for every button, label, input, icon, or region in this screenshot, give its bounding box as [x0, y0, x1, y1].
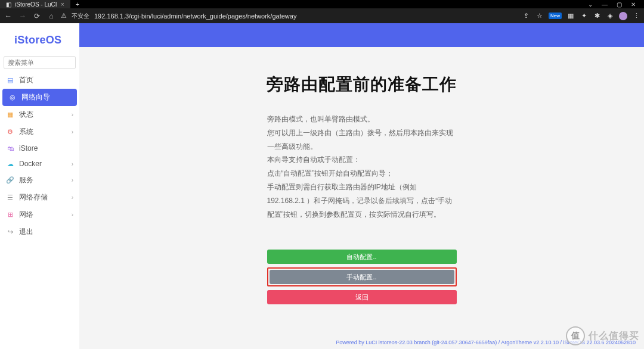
tab-favicon-icon: ◧ [6, 1, 11, 8]
chevron-right-icon: › [72, 111, 73, 118]
sidebar-item-label: 网络 [19, 210, 67, 220]
home-icon: ▤ [6, 76, 14, 85]
sidebar-item-home[interactable]: ▤ 首页 [0, 71, 79, 89]
window-close-icon[interactable]: ✕ [626, 1, 640, 8]
chevron-right-icon: › [72, 129, 73, 135]
window-maximize-icon[interactable]: ▢ [612, 1, 626, 8]
manual-config-highlight: 手动配置.. [267, 267, 457, 286]
list-icon: ☰ [6, 194, 14, 202]
grid-icon: ▦ [6, 111, 14, 119]
extensions-puzzle-icon[interactable]: ✱ [593, 12, 601, 20]
watermark: 值 什么值得买 [566, 326, 639, 345]
back-button[interactable]: 返回 [267, 290, 457, 304]
insecure-label: 不安全 [72, 12, 89, 20]
chevron-right-icon: › [72, 194, 73, 201]
desc-line: 点击“自动配置”按钮开始自动配置向导； [267, 167, 457, 180]
logout-icon: ↪ [6, 228, 14, 236]
tab-title: iStoreOS - LuCI [15, 1, 57, 8]
new-badge[interactable]: New [549, 13, 562, 19]
watermark-text: 什么值得买 [589, 330, 639, 342]
sidebar-item-label: 首页 [19, 75, 73, 85]
bookmark-star-icon[interactable]: ☆ [535, 12, 544, 20]
desc-line: 旁路由模式，也叫单臂路由模式。 [267, 113, 457, 126]
sidebar-item-label: 退出 [19, 227, 73, 237]
sidebar-item-docker[interactable]: ☁ Docker › [0, 156, 79, 172]
desc-line: 本向导支持自动或手动配置： [267, 153, 457, 167]
share-icon[interactable]: ⇪ [522, 12, 531, 20]
extension-cube-icon[interactable]: ▦ [566, 12, 575, 20]
address-url[interactable]: 192.168.1.3/cgi-bin/luci/admin/network_g… [94, 13, 296, 20]
sidebar-item-system[interactable]: ⚙ 系统 › [0, 123, 79, 141]
sidebar-item-label: 网络向导 [21, 92, 71, 102]
browser-menu-icon[interactable]: ⋮ [632, 12, 640, 20]
desc-line: 手动配置则需自行获取主路由器的IP地址（例如 192.168.2.1 ）和子网掩… [267, 180, 457, 221]
sidebar-item-logout[interactable]: ↪ 退出 [0, 223, 79, 241]
gear-icon: ⚙ [6, 128, 14, 136]
browser-tab[interactable]: ◧ iStoreOS - LuCI × [0, 0, 70, 8]
sidebar-item-label: Docker [19, 160, 67, 168]
sidebar-item-status[interactable]: ▦ 状态 › [0, 106, 79, 123]
sidebar-item-istore[interactable]: 🛍 iStore [0, 141, 79, 156]
sidebar-item-label: 状态 [19, 110, 67, 120]
sidebar-item-nas[interactable]: ☰ 网络存储 › [0, 189, 79, 206]
sidebar-item-label: 网络存储 [19, 192, 67, 202]
top-header-bar [79, 23, 644, 47]
description-block: 旁路由模式，也叫单臂路由模式。 您可以用上一级路由（主路由）拨号，然后用本路由来… [267, 113, 457, 221]
sidebar-item-label: iStore [19, 144, 73, 152]
sidebar-item-network[interactable]: ⊞ 网络 › [0, 206, 79, 223]
sidebar-search-input[interactable] [4, 56, 76, 69]
new-tab-button[interactable]: + [70, 1, 85, 8]
network-icon: ⊞ [6, 211, 14, 219]
window-minimize-icon[interactable]: — [597, 1, 612, 8]
nav-home-icon[interactable]: ⌂ [47, 12, 56, 20]
extension-star-icon[interactable]: ✦ [580, 12, 588, 20]
cloud-icon: ☁ [6, 160, 14, 168]
sidebar-item-label: 系统 [19, 127, 67, 137]
chevron-right-icon: › [72, 161, 73, 167]
nav-forward-icon: → [18, 12, 27, 20]
sidebar-item-services[interactable]: 🔗 服务 › [0, 172, 79, 189]
sidebar-item-network-guide[interactable]: ◎ 网络向导 [2, 89, 77, 106]
bookmark-ribbon-icon[interactable]: ◈ [606, 12, 614, 20]
bag-icon: 🛍 [6, 144, 14, 152]
sidebar: iStoreOS ▤ 首页 ◎ 网络向导 ▦ 状态 › ⚙ 系统 › [0, 23, 79, 349]
profile-avatar[interactable] [619, 12, 627, 20]
auto-config-button[interactable]: 自动配置.. [267, 250, 457, 264]
desc-line: 您可以用上一级路由（主路由）拨号，然后用本路由来实现一些高级功能。 [267, 126, 457, 154]
chevron-right-icon: › [72, 177, 73, 183]
manual-config-button[interactable]: 手动配置.. [270, 270, 454, 284]
compass-icon: ◎ [8, 94, 17, 102]
logo: iStoreOS [0, 23, 79, 56]
chevron-right-icon: › [72, 211, 73, 218]
sidebar-item-label: 服务 [19, 175, 67, 185]
link-icon: 🔗 [6, 176, 14, 185]
tab-close-icon[interactable]: × [61, 1, 64, 8]
watermark-badge: 值 [566, 326, 585, 345]
nav-reload-icon[interactable]: ⟳ [32, 12, 42, 20]
nav-back-icon[interactable]: ← [4, 12, 13, 20]
page-title: 旁路由配置前的准备工作 [79, 73, 644, 96]
window-dropdown-icon[interactable]: ⌄ [583, 1, 597, 8]
insecure-icon[interactable]: ⚠ [61, 12, 67, 20]
